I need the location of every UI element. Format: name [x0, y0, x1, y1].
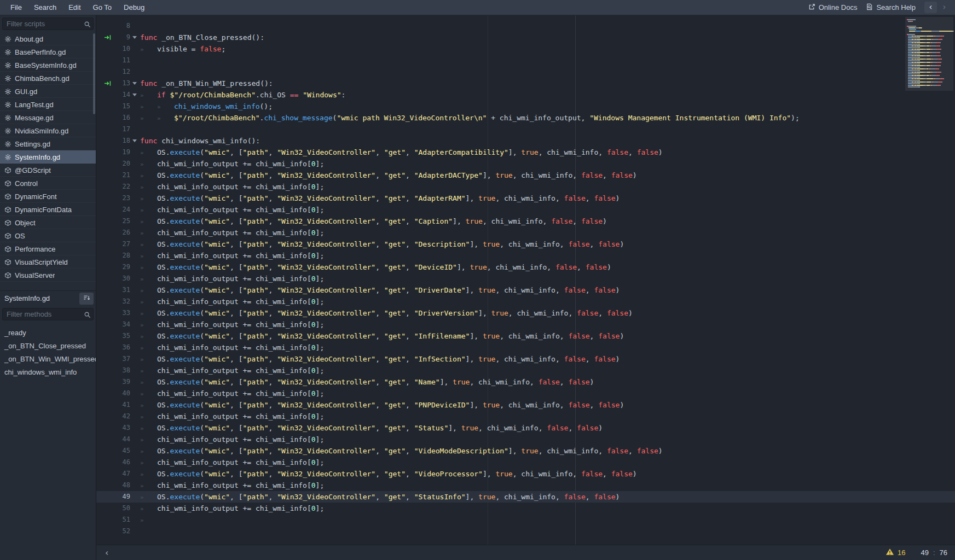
code-line[interactable]: 22»chi_wmi_info_output += chi_wmi_info[0…	[96, 181, 955, 192]
script-list-item[interactable]: Control	[0, 177, 96, 190]
script-list-item[interactable]: OS	[0, 229, 96, 242]
code-line[interactable]: 45»OS.execute("wmic", ["path", "Win32_Vi…	[96, 445, 955, 457]
script-list-item[interactable]: SystemInfo.gd	[0, 150, 96, 164]
line-number[interactable]: 11	[114, 55, 130, 66]
method-list-item[interactable]: _on_BTN_Close_pressed	[0, 340, 96, 353]
fold-caret-icon[interactable]	[130, 32, 139, 43]
line-number[interactable]: 26	[114, 227, 130, 238]
menu-debug[interactable]: Debug	[118, 0, 151, 15]
menu-go-to[interactable]: Go To	[87, 0, 118, 15]
method-list-item[interactable]: _ready	[0, 326, 96, 340]
script-list-item[interactable]: LangTest.gd	[0, 98, 96, 111]
code-line[interactable]: 28»chi_wmi_info_output += chi_wmi_info[0…	[96, 250, 955, 261]
online-docs-button[interactable]: Online Docs	[808, 3, 858, 12]
line-number[interactable]: 22	[114, 181, 130, 192]
line-number[interactable]: 9	[114, 32, 130, 43]
code-line[interactable]: 50»chi_wmi_info_output += chi_wmi_info[0…	[96, 503, 955, 514]
code-line[interactable]: 24»chi_wmi_info_output += chi_wmi_info[0…	[96, 204, 955, 215]
line-number[interactable]: 45	[114, 445, 130, 457]
history-back-button[interactable]: ‹	[924, 2, 937, 13]
line-number[interactable]: 52	[114, 526, 130, 537]
code-line[interactable]: 9func _on_BTN_Close_pressed():	[96, 32, 955, 43]
history-forward-button[interactable]: ›	[938, 2, 951, 13]
line-number[interactable]: 13	[114, 78, 130, 89]
code-line[interactable]: 48»chi_wmi_info_output += chi_wmi_info[0…	[96, 480, 955, 491]
method-list-item[interactable]: _on_BTN_Win_WMI_pressed	[0, 353, 96, 366]
line-number[interactable]: 40	[114, 388, 130, 399]
code-line[interactable]: 14»if $"/root/ChimbaBench".chi_OS == "Wi…	[96, 89, 955, 101]
line-number[interactable]: 29	[114, 261, 130, 273]
method-list-item[interactable]: chi_windows_wmi_info	[0, 366, 96, 379]
code-line[interactable]: 26»chi_wmi_info_output += chi_wmi_info[0…	[96, 227, 955, 238]
menu-file[interactable]: File	[4, 0, 28, 15]
code-line[interactable]: 39»OS.execute("wmic", ["path", "Win32_Vi…	[96, 376, 955, 388]
line-number[interactable]: 37	[114, 353, 130, 365]
line-number[interactable]: 42	[114, 411, 130, 422]
code-line[interactable]: 42»chi_wmi_info_output += chi_wmi_info[0…	[96, 411, 955, 422]
line-number[interactable]: 34	[114, 319, 130, 330]
code-line[interactable]: 13func _on_BTN_Win_WMI_pressed():	[96, 78, 955, 89]
line-number[interactable]: 38	[114, 365, 130, 376]
script-list-scrollbar[interactable]	[93, 33, 95, 114]
script-list-item[interactable]: Settings.gd	[0, 137, 96, 150]
line-number[interactable]: 48	[114, 480, 130, 491]
script-list-item[interactable]: @GDScript	[0, 164, 96, 177]
code-line[interactable]: 23»OS.execute("wmic", ["path", "Win32_Vi…	[96, 192, 955, 204]
line-number[interactable]: 17	[114, 124, 130, 135]
code-area[interactable]: 89func _on_BTN_Close_pressed():10»visibl…	[96, 15, 955, 537]
line-number[interactable]: 30	[114, 273, 130, 284]
script-list-item[interactable]: BaseSystemInfo.gd	[0, 59, 96, 72]
code-line[interactable]: 27»OS.execute("wmic", ["path", "Win32_Vi…	[96, 238, 955, 250]
line-number[interactable]: 36	[114, 342, 130, 353]
script-list-item[interactable]: Performance	[0, 242, 96, 255]
line-number[interactable]: 39	[114, 376, 130, 388]
line-number[interactable]: 31	[114, 284, 130, 296]
script-list-item[interactable]: GUI.gd	[0, 85, 96, 98]
code-line[interactable]: 47»OS.execute("wmic", ["path", "Win32_Vi…	[96, 468, 955, 480]
filter-methods-input[interactable]	[2, 308, 94, 320]
line-number[interactable]: 24	[114, 204, 130, 215]
script-list-item[interactable]: DynamicFont	[0, 190, 96, 203]
code-line[interactable]: 17	[96, 124, 955, 135]
script-list-item[interactable]: NvidiaSmiInfo.gd	[0, 124, 96, 137]
code-line[interactable]: 36»chi_wmi_info_output += chi_wmi_info[0…	[96, 342, 955, 353]
search-help-button[interactable]: Search Help	[866, 3, 916, 12]
code-line[interactable]: 49»OS.execute("wmic", ["path", "Win32_Vi…	[96, 491, 955, 503]
code-line[interactable]: 35»OS.execute("wmic", ["path", "Win32_Vi…	[96, 330, 955, 342]
line-number[interactable]: 19	[114, 147, 130, 158]
script-list-item[interactable]: VisualScriptYield	[0, 255, 96, 269]
warnings-indicator[interactable]: 16	[885, 548, 905, 557]
code-line[interactable]: 40»chi_wmi_info_output += chi_wmi_info[0…	[96, 388, 955, 399]
code-editor[interactable]: 89func _on_BTN_Close_pressed():10»visibl…	[96, 15, 955, 545]
code-line[interactable]: 44»chi_wmi_info_output += chi_wmi_info[0…	[96, 434, 955, 445]
code-line[interactable]: 10»visible = false;	[96, 43, 955, 55]
line-number[interactable]: 33	[114, 307, 130, 319]
line-number[interactable]: 47	[114, 468, 130, 480]
line-number[interactable]: 49	[114, 491, 130, 503]
code-line[interactable]: 11	[96, 55, 955, 66]
line-number[interactable]: 25	[114, 215, 130, 227]
sort-methods-button[interactable]	[79, 293, 94, 305]
code-line[interactable]: 51»	[96, 514, 955, 526]
menu-search[interactable]: Search	[28, 0, 62, 15]
code-line[interactable]: 41»OS.execute("wmic", ["path", "Win32_Vi…	[96, 399, 955, 411]
line-number[interactable]: 46	[114, 457, 130, 468]
code-line[interactable]: 12	[96, 66, 955, 78]
line-number[interactable]: 18	[114, 135, 130, 147]
code-line[interactable]: 25»OS.execute("wmic", ["path", "Win32_Vi…	[96, 215, 955, 227]
code-line[interactable]: 34»chi_wmi_info_output += chi_wmi_info[0…	[96, 319, 955, 330]
line-number[interactable]: 35	[114, 330, 130, 342]
code-line[interactable]: 38»chi_wmi_info_output += chi_wmi_info[0…	[96, 365, 955, 376]
code-line[interactable]: 46»chi_wmi_info_output += chi_wmi_info[0…	[96, 457, 955, 468]
script-list-item[interactable]: Object	[0, 216, 96, 229]
line-number[interactable]: 44	[114, 434, 130, 445]
line-number[interactable]: 28	[114, 250, 130, 261]
code-line[interactable]: 52	[96, 526, 955, 537]
line-number[interactable]: 32	[114, 296, 130, 307]
code-line[interactable]: 15»»chi_windows_wmi_info();	[96, 101, 955, 112]
filter-scripts-input[interactable]	[2, 18, 94, 30]
script-list-item[interactable]: Message.gd	[0, 111, 96, 124]
code-line[interactable]: 43»OS.execute("wmic", ["path", "Win32_Vi…	[96, 422, 955, 434]
line-number[interactable]: 51	[114, 514, 130, 526]
code-line[interactable]: 19»OS.execute("wmic", ["path", "Win32_Vi…	[96, 147, 955, 158]
